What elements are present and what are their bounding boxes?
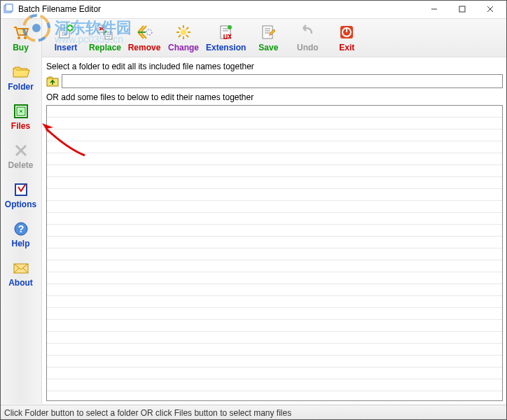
insert-icon: [57, 23, 75, 41]
app-icon: [3, 4, 14, 15]
cart-icon: [11, 24, 31, 41]
toolbar-label: Undo: [297, 43, 319, 52]
sidebar-label: Folder: [8, 82, 34, 92]
toolbar-label: Remove: [128, 43, 161, 52]
svg-point-33: [146, 29, 152, 35]
svg-line-39: [179, 27, 181, 29]
status-text: Click Folder button to select a folder O…: [4, 408, 291, 418]
svg-line-41: [186, 27, 188, 29]
svg-rect-25: [105, 32, 112, 39]
toolbar-remove[interactable]: Remove: [125, 22, 164, 54]
toolbar-save[interactable]: Save: [249, 22, 288, 54]
options-icon: [11, 181, 31, 198]
folder-up-icon[interactable]: [46, 76, 59, 87]
svg-text:?: ?: [18, 223, 24, 234]
svg-rect-3: [459, 6, 465, 12]
sidebar-label: About: [8, 278, 33, 288]
sidebar-item-files[interactable]: Files: [0, 102, 41, 132]
svg-point-7: [24, 36, 27, 39]
remove-icon: [135, 23, 153, 41]
toolbar-insert[interactable]: Insert: [46, 22, 85, 54]
svg-line-40: [186, 35, 188, 37]
sidebar-item-options[interactable]: Options: [0, 180, 41, 211]
toolbar-label: Exit: [339, 43, 354, 52]
folder-path-input[interactable]: [62, 74, 503, 88]
sidebar-item-about[interactable]: About: [0, 258, 41, 289]
svg-line-42: [179, 35, 181, 37]
minimize-button[interactable]: [420, 0, 448, 18]
extension-icon: [217, 23, 235, 41]
window-title: Batch Filename Editor: [18, 4, 420, 14]
toolbar-extension[interactable]: Extension: [203, 22, 249, 54]
envelope-icon: [11, 260, 31, 276]
toolbar-undo[interactable]: Undo: [288, 22, 327, 54]
change-icon: [174, 23, 193, 41]
file-list[interactable]: [46, 105, 503, 401]
close-button[interactable]: [476, 0, 504, 18]
toolbar-replace[interactable]: Replace: [85, 22, 125, 54]
undo-icon: [298, 23, 317, 41]
sidebar-label: Buy: [13, 43, 29, 52]
svg-point-34: [181, 29, 186, 35]
delete-x-icon: [11, 142, 31, 159]
sidebar-label: Files: [11, 121, 30, 131]
svg-rect-8: [19, 29, 26, 34]
toolbar-label: Change: [168, 43, 199, 52]
sidebar-item-folder[interactable]: Folder: [0, 62, 41, 93]
toolbar-change[interactable]: Change: [164, 22, 203, 54]
sidebar: Buy Folder Files Delete Options: [0, 19, 42, 404]
save-icon: [259, 23, 277, 41]
toolbar-label: Extension: [206, 43, 246, 52]
sidebar-label: Options: [5, 200, 36, 209]
sidebar-label: Help: [11, 239, 29, 248]
maximize-button[interactable]: [448, 0, 476, 18]
sidebar-item-buy[interactable]: Buy: [0, 23, 41, 54]
svg-point-6: [18, 36, 20, 39]
toolbar-exit[interactable]: Exit: [327, 22, 366, 54]
instruction-text-1: Select a folder to edit all its included…: [46, 60, 503, 73]
work-area: Select a folder to edit all its included…: [42, 57, 507, 404]
svg-rect-1: [6, 4, 13, 11]
exit-icon: [338, 23, 356, 41]
toolbar-label: Replace: [89, 43, 121, 52]
toolbar-label: Insert: [55, 43, 78, 52]
toolbar: Insert Replace Remove Change: [42, 19, 507, 57]
status-bar: Click Folder button to select a folder O…: [0, 405, 507, 420]
svg-point-46: [228, 25, 232, 29]
toolbar-label: Save: [258, 43, 278, 52]
title-bar: Batch Filename Editor: [0, 0, 507, 19]
files-icon: [11, 103, 31, 120]
folder-open-icon: [11, 64, 31, 80]
sidebar-label: Delete: [8, 160, 33, 170]
help-icon: ?: [11, 220, 31, 237]
instruction-text-2: OR add some files to below to edit their…: [46, 91, 503, 105]
sidebar-item-delete[interactable]: Delete: [0, 141, 41, 172]
sidebar-item-help[interactable]: ? Help: [0, 219, 41, 250]
replace-icon: [96, 23, 114, 41]
